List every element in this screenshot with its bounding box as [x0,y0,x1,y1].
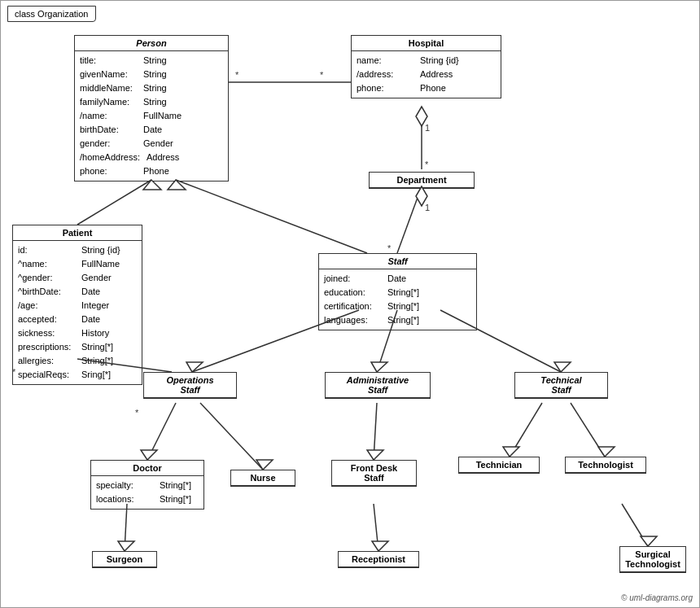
svg-line-35 [374,504,378,551]
svg-text:1: 1 [425,203,430,212]
svg-marker-36 [372,541,388,551]
class-person-header: Person [75,36,228,51]
class-receptionist: Receptionist [338,551,419,568]
class-surgeon-header: Surgeon [93,552,156,567]
svg-line-29 [510,403,542,457]
class-patient: Patient id:String {id} ^name:FullName ^g… [12,225,142,385]
svg-text:*: * [387,243,392,253]
class-technical-staff-header: TechnicalStaff [515,373,607,398]
class-surgeon: Surgeon [92,551,157,568]
svg-line-10 [77,180,151,225]
class-hospital: Hospital name:String {id} /address:Addre… [351,35,501,98]
svg-marker-7 [416,186,427,206]
class-technical-staff: TechnicalStaff [514,372,608,399]
svg-marker-28 [367,450,383,460]
class-department: Department [369,172,475,189]
class-nurse: Nurse [230,470,295,487]
class-person: Person title:String givenName:String mid… [74,35,229,182]
svg-marker-32 [598,447,615,457]
class-staff: Staff joined:Date education:String[*] ce… [318,253,477,330]
class-hospital-body: name:String {id} /address:Address phone:… [352,51,501,98]
svg-line-6 [397,186,422,253]
class-staff-body: joined:Date education:String[*] certific… [319,269,476,330]
diagram-container: class Organization Person title:String g… [0,0,700,608]
class-hospital-header: Hospital [352,36,501,51]
class-administrative-staff: AdministrativeStaff [325,372,431,399]
class-operations-staff-header: OperationsStaff [144,373,236,398]
class-patient-header: Patient [13,225,142,241]
class-surgical-technologist: SurgicalTechnologist [619,546,686,573]
class-nurse-header: Nurse [231,470,295,486]
class-front-desk-staff-header: Front DeskStaff [332,461,416,486]
svg-line-37 [622,504,648,546]
class-doctor-header: Doctor [91,461,203,476]
class-patient-body: id:String {id} ^name:FullName ^gender:Ge… [13,241,142,384]
svg-line-23 [147,403,176,460]
svg-line-12 [176,180,367,253]
class-staff-header: Staff [319,254,476,269]
class-administrative-staff-header: AdministrativeStaff [326,373,430,398]
class-doctor-body: specialty:String[*] locations:String[*] [91,476,203,509]
class-receptionist-header: Receptionist [339,552,418,567]
class-department-header: Department [370,173,474,188]
svg-text:1: 1 [425,123,430,133]
class-technologist: Technologist [565,457,646,474]
svg-text:*: * [425,160,429,169]
svg-line-33 [125,504,127,551]
svg-marker-18 [186,362,203,372]
class-front-desk-staff: Front DeskStaff [331,460,417,487]
diagram-title: class Organization [7,6,96,22]
svg-line-27 [374,403,377,460]
svg-marker-24 [141,450,157,460]
class-person-body: title:String givenName:String middleName… [75,51,228,181]
class-technician-header: Technician [459,457,539,473]
svg-line-25 [200,403,263,470]
svg-marker-3 [416,107,427,126]
class-technologist-header: Technologist [566,457,645,473]
svg-line-31 [571,403,605,457]
class-operations-staff: OperationsStaff [143,372,237,399]
svg-marker-34 [118,541,134,551]
svg-text:*: * [320,70,324,80]
class-doctor: Doctor specialty:String[*] locations:Str… [90,460,204,510]
svg-marker-20 [371,362,387,372]
class-technician: Technician [458,457,540,474]
svg-marker-38 [641,536,657,546]
svg-text:*: * [235,70,239,80]
svg-marker-26 [256,460,273,470]
copyright: © uml-diagrams.org [621,593,693,602]
svg-text:*: * [135,408,139,418]
svg-marker-30 [503,447,519,457]
class-surgical-technologist-header: SurgicalTechnologist [620,547,685,572]
svg-marker-22 [554,362,571,372]
